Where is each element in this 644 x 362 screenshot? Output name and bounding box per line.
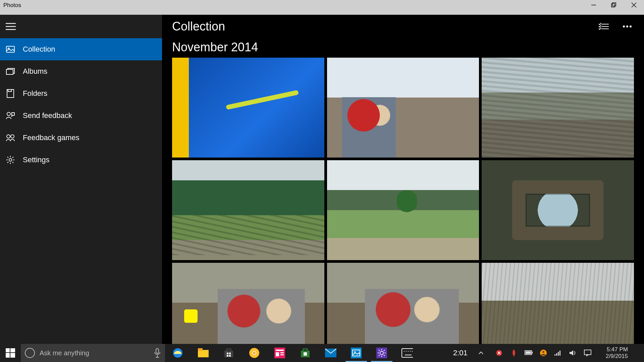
taskbar-apps xyxy=(165,344,420,362)
taskbar-app-xbox[interactable] xyxy=(292,344,318,362)
feedback-games-icon xyxy=(6,133,15,142)
taskbar-app-photos[interactable] xyxy=(343,344,369,362)
taskbar-app-ie[interactable] xyxy=(165,344,191,362)
security-icon[interactable] xyxy=(495,349,503,357)
svg-rect-32 xyxy=(229,355,231,357)
sidebar-item-label: Settings xyxy=(23,156,50,164)
taskbar-app-keyboard[interactable] xyxy=(394,344,420,362)
volume-icon[interactable] xyxy=(569,349,577,357)
svg-rect-23 xyxy=(10,353,15,358)
svg-rect-42 xyxy=(304,352,307,356)
photo-thumbnail[interactable] xyxy=(172,58,324,158)
battery-icon[interactable] xyxy=(525,349,533,357)
tray-timer[interactable]: 2:01 xyxy=(451,349,470,357)
photo-thumbnail[interactable] xyxy=(482,263,634,344)
window-title: Photos xyxy=(0,0,24,11)
svg-rect-26 xyxy=(198,350,209,357)
taskbar-app-settings[interactable] xyxy=(369,344,394,362)
svg-rect-65 xyxy=(559,351,560,356)
start-button[interactable] xyxy=(0,344,21,362)
svg-rect-39 xyxy=(280,352,284,353)
svg-rect-66 xyxy=(584,350,591,355)
action-center-icon[interactable] xyxy=(584,349,592,357)
ie-icon xyxy=(172,347,183,359)
store-icon xyxy=(223,347,234,359)
more-button[interactable] xyxy=(621,20,634,33)
content-header: Collection xyxy=(162,15,644,38)
photo-thumbnail[interactable] xyxy=(327,263,479,344)
photo-thumbnail[interactable] xyxy=(327,160,479,260)
tray-chevron-up-icon[interactable] xyxy=(477,349,485,357)
svg-point-61 xyxy=(542,351,544,353)
sidebar-item-folders[interactable]: Folders xyxy=(0,82,162,105)
content: Collection November 2014 xyxy=(162,15,644,344)
cortana-icon xyxy=(25,348,35,358)
minimize-button[interactable] xyxy=(584,0,604,10)
tray-user-icon[interactable] xyxy=(539,349,547,357)
page-title: Collection xyxy=(172,19,225,34)
svg-rect-40 xyxy=(280,354,284,355)
sidebar-item-send-feedback[interactable]: Send feedback xyxy=(0,105,162,127)
taskbar: 2:01 5:47 PM 2/9/2015 xyxy=(0,344,644,362)
taskbar-app-chrome[interactable] xyxy=(241,344,267,362)
svg-point-13 xyxy=(7,112,10,116)
search-input[interactable] xyxy=(40,349,149,357)
taskbar-app-store[interactable] xyxy=(216,344,241,362)
sidebar-item-settings[interactable]: Settings xyxy=(0,149,162,171)
settings-app-icon xyxy=(376,347,387,359)
wifi-icon[interactable] xyxy=(554,349,562,357)
file-explorer-icon xyxy=(198,347,209,359)
sidebar-item-collection[interactable]: Collection xyxy=(0,38,162,60)
photo-thumbnail[interactable] xyxy=(482,160,634,260)
photo-thumbnail[interactable] xyxy=(172,263,324,344)
clock[interactable]: 5:47 PM 2/9/2015 xyxy=(602,346,632,360)
photo-thumbnail[interactable] xyxy=(482,58,634,158)
svg-point-14 xyxy=(7,135,10,138)
svg-rect-58 xyxy=(526,351,531,354)
sidebar-item-feedback-games[interactable]: Feedback games xyxy=(0,127,162,149)
svg-point-16 xyxy=(9,159,12,161)
photo-thumbnail[interactable] xyxy=(172,160,324,260)
svg-rect-37 xyxy=(276,350,284,351)
select-button[interactable] xyxy=(597,20,610,33)
svg-rect-31 xyxy=(227,355,228,357)
chrome-canary-icon xyxy=(249,347,260,359)
photos-icon xyxy=(351,347,362,359)
svg-rect-62 xyxy=(554,354,555,356)
titlebar: Photos xyxy=(0,0,644,15)
system-tray: 2:01 5:47 PM 2/9/2015 xyxy=(451,344,644,362)
sidebar-item-label: Feedback games xyxy=(23,133,79,142)
albums-icon xyxy=(6,67,15,76)
taskbar-app-explorer[interactable] xyxy=(191,344,216,362)
date-heading[interactable]: November 2014 xyxy=(162,38,644,58)
svg-rect-1 xyxy=(611,4,615,7)
svg-rect-20 xyxy=(6,348,10,352)
tray-app-icon[interactable] xyxy=(510,349,518,357)
sidebar-item-label: Collection xyxy=(23,45,55,54)
sidebar-item-albums[interactable]: Albums xyxy=(0,60,162,82)
close-button[interactable] xyxy=(624,0,644,10)
mic-icon[interactable] xyxy=(154,348,161,358)
svg-point-18 xyxy=(626,25,628,27)
photo-thumbnail[interactable] xyxy=(327,58,479,158)
svg-point-35 xyxy=(253,352,256,354)
folders-icon xyxy=(6,89,15,98)
sidebar-item-label: Folders xyxy=(23,89,47,98)
hamburger-button[interactable] xyxy=(4,20,17,33)
svg-rect-30 xyxy=(229,353,231,354)
svg-point-17 xyxy=(623,25,625,27)
taskbar-app-mail[interactable] xyxy=(318,344,343,362)
news-icon xyxy=(274,347,285,359)
feedback-icon xyxy=(6,111,15,120)
nav: Collection Albums Folders Send feedback xyxy=(0,38,162,171)
svg-rect-64 xyxy=(558,352,559,356)
mail-icon xyxy=(325,347,336,359)
svg-rect-2 xyxy=(612,3,616,6)
svg-rect-49 xyxy=(402,349,413,357)
collection-icon xyxy=(6,45,15,54)
svg-rect-38 xyxy=(276,352,279,356)
taskbar-app-news[interactable] xyxy=(267,344,292,362)
sidebar: Collection Albums Folders Send feedback xyxy=(0,15,162,344)
maximize-button[interactable] xyxy=(604,0,624,10)
search-box[interactable] xyxy=(21,344,165,362)
